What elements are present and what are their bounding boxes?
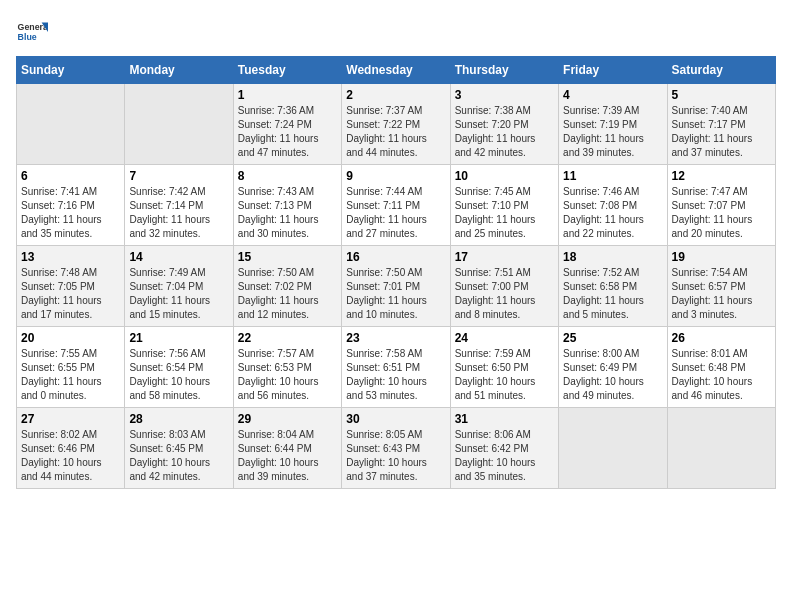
calendar-cell <box>559 408 667 489</box>
week-row-3: 13Sunrise: 7:48 AM Sunset: 7:05 PM Dayli… <box>17 246 776 327</box>
day-number: 13 <box>21 250 120 264</box>
day-content: Sunrise: 7:38 AM Sunset: 7:20 PM Dayligh… <box>455 104 554 160</box>
day-content: Sunrise: 7:37 AM Sunset: 7:22 PM Dayligh… <box>346 104 445 160</box>
calendar-cell: 4Sunrise: 7:39 AM Sunset: 7:19 PM Daylig… <box>559 84 667 165</box>
day-number: 26 <box>672 331 771 345</box>
weekday-header-wednesday: Wednesday <box>342 57 450 84</box>
calendar-cell: 23Sunrise: 7:58 AM Sunset: 6:51 PM Dayli… <box>342 327 450 408</box>
day-content: Sunrise: 8:02 AM Sunset: 6:46 PM Dayligh… <box>21 428 120 484</box>
day-number: 2 <box>346 88 445 102</box>
logo-icon: General Blue <box>16 16 48 48</box>
calendar-cell: 6Sunrise: 7:41 AM Sunset: 7:16 PM Daylig… <box>17 165 125 246</box>
logo: General Blue <box>16 16 52 48</box>
day-number: 28 <box>129 412 228 426</box>
calendar-cell: 3Sunrise: 7:38 AM Sunset: 7:20 PM Daylig… <box>450 84 558 165</box>
calendar-cell: 2Sunrise: 7:37 AM Sunset: 7:22 PM Daylig… <box>342 84 450 165</box>
day-content: Sunrise: 8:04 AM Sunset: 6:44 PM Dayligh… <box>238 428 337 484</box>
day-content: Sunrise: 7:47 AM Sunset: 7:07 PM Dayligh… <box>672 185 771 241</box>
calendar-cell: 8Sunrise: 7:43 AM Sunset: 7:13 PM Daylig… <box>233 165 341 246</box>
day-content: Sunrise: 7:50 AM Sunset: 7:02 PM Dayligh… <box>238 266 337 322</box>
week-row-2: 6Sunrise: 7:41 AM Sunset: 7:16 PM Daylig… <box>17 165 776 246</box>
calendar-table: SundayMondayTuesdayWednesdayThursdayFrid… <box>16 56 776 489</box>
calendar-cell <box>17 84 125 165</box>
calendar-cell: 16Sunrise: 7:50 AM Sunset: 7:01 PM Dayli… <box>342 246 450 327</box>
day-number: 23 <box>346 331 445 345</box>
calendar-cell: 20Sunrise: 7:55 AM Sunset: 6:55 PM Dayli… <box>17 327 125 408</box>
day-content: Sunrise: 7:49 AM Sunset: 7:04 PM Dayligh… <box>129 266 228 322</box>
day-number: 22 <box>238 331 337 345</box>
day-content: Sunrise: 7:43 AM Sunset: 7:13 PM Dayligh… <box>238 185 337 241</box>
day-content: Sunrise: 8:03 AM Sunset: 6:45 PM Dayligh… <box>129 428 228 484</box>
day-number: 5 <box>672 88 771 102</box>
calendar-cell: 26Sunrise: 8:01 AM Sunset: 6:48 PM Dayli… <box>667 327 775 408</box>
day-number: 9 <box>346 169 445 183</box>
calendar-cell <box>125 84 233 165</box>
day-content: Sunrise: 7:44 AM Sunset: 7:11 PM Dayligh… <box>346 185 445 241</box>
day-number: 3 <box>455 88 554 102</box>
calendar-cell: 30Sunrise: 8:05 AM Sunset: 6:43 PM Dayli… <box>342 408 450 489</box>
week-row-5: 27Sunrise: 8:02 AM Sunset: 6:46 PM Dayli… <box>17 408 776 489</box>
day-content: Sunrise: 7:42 AM Sunset: 7:14 PM Dayligh… <box>129 185 228 241</box>
weekday-header-friday: Friday <box>559 57 667 84</box>
day-content: Sunrise: 7:41 AM Sunset: 7:16 PM Dayligh… <box>21 185 120 241</box>
calendar-cell: 17Sunrise: 7:51 AM Sunset: 7:00 PM Dayli… <box>450 246 558 327</box>
calendar-cell: 14Sunrise: 7:49 AM Sunset: 7:04 PM Dayli… <box>125 246 233 327</box>
calendar-cell: 10Sunrise: 7:45 AM Sunset: 7:10 PM Dayli… <box>450 165 558 246</box>
day-content: Sunrise: 7:58 AM Sunset: 6:51 PM Dayligh… <box>346 347 445 403</box>
calendar-cell <box>667 408 775 489</box>
day-number: 18 <box>563 250 662 264</box>
calendar-cell: 15Sunrise: 7:50 AM Sunset: 7:02 PM Dayli… <box>233 246 341 327</box>
calendar-cell: 25Sunrise: 8:00 AM Sunset: 6:49 PM Dayli… <box>559 327 667 408</box>
day-number: 8 <box>238 169 337 183</box>
day-number: 21 <box>129 331 228 345</box>
day-number: 11 <box>563 169 662 183</box>
day-number: 20 <box>21 331 120 345</box>
day-number: 27 <box>21 412 120 426</box>
day-content: Sunrise: 7:45 AM Sunset: 7:10 PM Dayligh… <box>455 185 554 241</box>
calendar-cell: 19Sunrise: 7:54 AM Sunset: 6:57 PM Dayli… <box>667 246 775 327</box>
calendar-cell: 9Sunrise: 7:44 AM Sunset: 7:11 PM Daylig… <box>342 165 450 246</box>
day-content: Sunrise: 7:46 AM Sunset: 7:08 PM Dayligh… <box>563 185 662 241</box>
calendar-cell: 11Sunrise: 7:46 AM Sunset: 7:08 PM Dayli… <box>559 165 667 246</box>
day-content: Sunrise: 8:01 AM Sunset: 6:48 PM Dayligh… <box>672 347 771 403</box>
weekday-header-thursday: Thursday <box>450 57 558 84</box>
day-content: Sunrise: 8:00 AM Sunset: 6:49 PM Dayligh… <box>563 347 662 403</box>
calendar-cell: 21Sunrise: 7:56 AM Sunset: 6:54 PM Dayli… <box>125 327 233 408</box>
calendar-cell: 22Sunrise: 7:57 AM Sunset: 6:53 PM Dayli… <box>233 327 341 408</box>
calendar-cell: 28Sunrise: 8:03 AM Sunset: 6:45 PM Dayli… <box>125 408 233 489</box>
day-content: Sunrise: 7:52 AM Sunset: 6:58 PM Dayligh… <box>563 266 662 322</box>
day-number: 19 <box>672 250 771 264</box>
day-number: 6 <box>21 169 120 183</box>
day-content: Sunrise: 7:48 AM Sunset: 7:05 PM Dayligh… <box>21 266 120 322</box>
day-number: 30 <box>346 412 445 426</box>
week-row-1: 1Sunrise: 7:36 AM Sunset: 7:24 PM Daylig… <box>17 84 776 165</box>
page-header: General Blue <box>16 16 776 48</box>
svg-text:Blue: Blue <box>18 32 37 42</box>
day-content: Sunrise: 7:55 AM Sunset: 6:55 PM Dayligh… <box>21 347 120 403</box>
week-row-4: 20Sunrise: 7:55 AM Sunset: 6:55 PM Dayli… <box>17 327 776 408</box>
day-number: 14 <box>129 250 228 264</box>
day-number: 7 <box>129 169 228 183</box>
day-number: 17 <box>455 250 554 264</box>
calendar-cell: 31Sunrise: 8:06 AM Sunset: 6:42 PM Dayli… <box>450 408 558 489</box>
day-number: 15 <box>238 250 337 264</box>
day-content: Sunrise: 7:59 AM Sunset: 6:50 PM Dayligh… <box>455 347 554 403</box>
day-number: 31 <box>455 412 554 426</box>
day-content: Sunrise: 7:39 AM Sunset: 7:19 PM Dayligh… <box>563 104 662 160</box>
calendar-cell: 12Sunrise: 7:47 AM Sunset: 7:07 PM Dayli… <box>667 165 775 246</box>
calendar-cell: 27Sunrise: 8:02 AM Sunset: 6:46 PM Dayli… <box>17 408 125 489</box>
day-number: 16 <box>346 250 445 264</box>
weekday-header-saturday: Saturday <box>667 57 775 84</box>
calendar-cell: 5Sunrise: 7:40 AM Sunset: 7:17 PM Daylig… <box>667 84 775 165</box>
weekday-header-monday: Monday <box>125 57 233 84</box>
day-number: 24 <box>455 331 554 345</box>
day-number: 10 <box>455 169 554 183</box>
weekday-header-tuesday: Tuesday <box>233 57 341 84</box>
day-content: Sunrise: 7:54 AM Sunset: 6:57 PM Dayligh… <box>672 266 771 322</box>
calendar-cell: 29Sunrise: 8:04 AM Sunset: 6:44 PM Dayli… <box>233 408 341 489</box>
day-number: 1 <box>238 88 337 102</box>
day-number: 4 <box>563 88 662 102</box>
weekday-header-row: SundayMondayTuesdayWednesdayThursdayFrid… <box>17 57 776 84</box>
day-number: 29 <box>238 412 337 426</box>
calendar-cell: 7Sunrise: 7:42 AM Sunset: 7:14 PM Daylig… <box>125 165 233 246</box>
